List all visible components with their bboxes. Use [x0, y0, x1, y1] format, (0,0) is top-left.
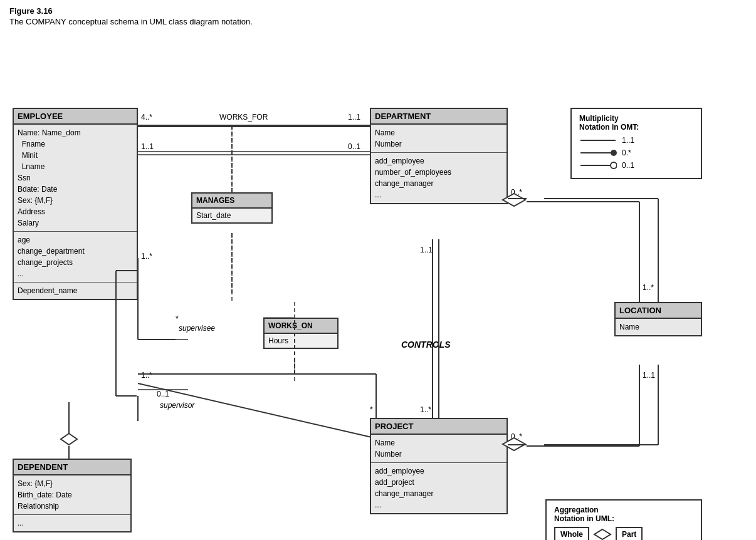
- supervisor-label: supervisor: [160, 401, 194, 410]
- notation-line-01: [579, 160, 617, 170]
- mult-4star: 4..*: [141, 113, 152, 122]
- project-section1: Name Number: [371, 435, 507, 463]
- works-on-box: WORKS_ON Hours: [263, 318, 339, 349]
- diagram-area: EMPLOYEE Name: Name_dom Fname Minit Lnam…: [0, 33, 756, 534]
- figure-title: Figure 3.16: [9, 6, 747, 16]
- svg-marker-17: [503, 438, 525, 450]
- works-for-label: WORKS_FOR: [219, 113, 268, 122]
- department-section2: add_employee number_of_employees change_…: [371, 153, 507, 203]
- mult-011: 0..1: [348, 142, 360, 151]
- notation-label-11: 1..1: [622, 136, 634, 145]
- svg-marker-18: [61, 434, 77, 445]
- controls-label: CONTROLS: [401, 340, 451, 350]
- dependent-section1: Sex: {M,F} Birth_date: Date Relationship: [14, 475, 130, 515]
- location-class: LOCATION Name: [614, 302, 702, 336]
- svg-point-21: [611, 150, 617, 156]
- multiplicity-notation-box: Multiplicity Notation in OMT: 1..1 0.* 0…: [570, 108, 702, 179]
- agg-part: Part: [616, 527, 643, 540]
- notation-row-11: 1..1: [579, 135, 693, 145]
- mult-star-b: *: [370, 405, 373, 414]
- mult-star-a: *: [176, 314, 179, 323]
- svg-marker-16: [503, 194, 525, 206]
- department-section1: Name Number: [371, 125, 507, 153]
- notation-line-0star: [579, 148, 617, 158]
- project-header: PROJECT: [371, 419, 507, 435]
- notation-label-01: 0..1: [622, 161, 634, 170]
- supervisee-label: supervisee: [179, 324, 215, 333]
- svg-marker-24: [594, 529, 611, 539]
- employee-section1: Name: Name_dom Fname Minit Lname Ssn Bda…: [14, 125, 137, 232]
- mult-1star-c: 1..*: [141, 371, 152, 380]
- agg-row: Whole Part: [554, 527, 693, 540]
- svg-line-8: [138, 383, 382, 440]
- aggregation-notation-box: Aggregation Notation in UML: Whole Part: [545, 499, 702, 540]
- employee-class: EMPLOYEE Name: Name_dom Fname Minit Lnam…: [13, 108, 138, 300]
- notation-label-0star: 0.*: [622, 148, 631, 157]
- mult-1star-loc: 1..*: [643, 283, 654, 292]
- works-on-section: Hours: [265, 334, 337, 348]
- location-section1: Name: [616, 319, 701, 335]
- manages-box: MANAGES Start_date: [191, 192, 273, 224]
- works-on-header: WORKS_ON: [265, 319, 337, 334]
- svg-point-23: [611, 162, 617, 169]
- mult-11d: 1..1: [643, 371, 655, 380]
- location-header: LOCATION: [616, 303, 701, 319]
- figure-caption: The COMPANY conceptual schema in UML cla…: [9, 17, 747, 26]
- notation-row-01: 0..1: [579, 160, 693, 170]
- dependent-class: DEPENDENT Sex: {M,F} Birth_date: Date Re…: [13, 459, 132, 532]
- mult-11a: 1..1: [348, 113, 360, 122]
- mult-1star-a: 1..*: [141, 252, 152, 261]
- agg-title: Aggregation Notation in UML:: [554, 506, 693, 523]
- manages-section: Start_date: [192, 209, 271, 222]
- agg-whole: Whole: [554, 527, 589, 540]
- project-section2: add_employee add_project change_manager …: [371, 463, 507, 513]
- mult-1star-b: 1..*: [420, 405, 431, 414]
- mult-011b: 0..1: [157, 390, 169, 398]
- dependent-header: DEPENDENT: [14, 460, 130, 475]
- notation-line-11: [579, 135, 617, 145]
- employee-header: EMPLOYEE: [14, 109, 137, 125]
- manages-header: MANAGES: [192, 194, 271, 209]
- notation-title: Multiplicity Notation in OMT:: [579, 114, 693, 132]
- department-class: DEPARTMENT Name Number add_employee numb…: [370, 108, 508, 204]
- dependent-section2: ...: [14, 515, 130, 531]
- dept-diamond-svg: [501, 192, 527, 208]
- project-class: PROJECT Name Number add_employee add_pro…: [370, 418, 508, 514]
- notation-row-0star: 0.*: [579, 148, 693, 158]
- mult-11b: 1..1: [141, 142, 154, 151]
- agg-diamond-icon: [593, 528, 612, 540]
- mult-11c: 1..1: [420, 246, 433, 254]
- proj-diamond-svg: [501, 437, 527, 452]
- department-header: DEPARTMENT: [371, 109, 507, 125]
- employee-section2: age change_department change_projects ..…: [14, 232, 137, 283]
- dep-diamond-svg: [60, 432, 78, 446]
- employee-section3: Dependent_name: [14, 283, 137, 299]
